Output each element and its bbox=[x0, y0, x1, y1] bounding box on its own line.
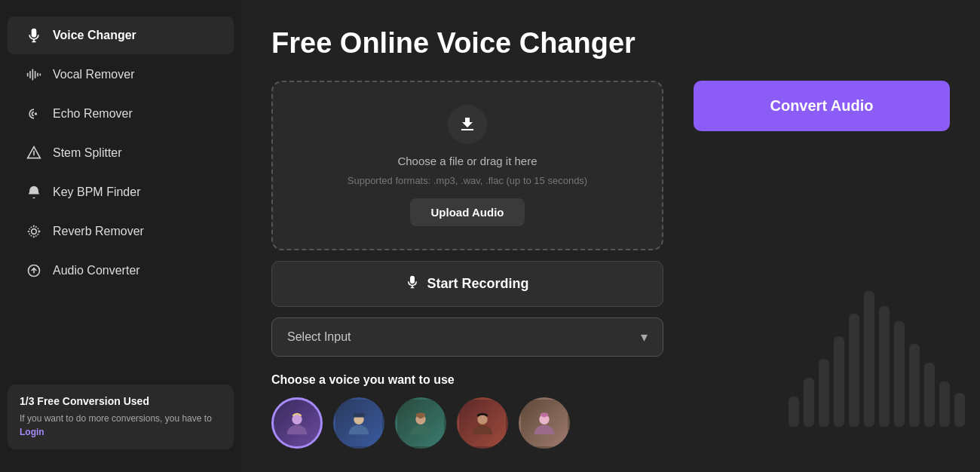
voice-section-title: Choose a voice you want to use bbox=[271, 373, 663, 387]
voice-avatars-list bbox=[271, 397, 663, 449]
footer-login-link[interactable]: Login bbox=[20, 427, 44, 437]
wave-bar bbox=[879, 306, 890, 427]
wave-bar bbox=[954, 393, 965, 427]
svg-rect-5 bbox=[40, 73, 41, 75]
sidebar-item-label-reverb-remover: Reverb Remover bbox=[53, 225, 144, 238]
sidebar-item-key-bpm-finder[interactable]: Key BPM Finder bbox=[8, 173, 234, 211]
upload-area[interactable]: Choose a file or drag it here Supported … bbox=[271, 81, 663, 250]
svg-rect-0 bbox=[27, 73, 29, 77]
upload-icon bbox=[448, 105, 487, 144]
echo-icon bbox=[26, 106, 42, 122]
left-column: Choose a file or drag it here Supported … bbox=[271, 81, 663, 449]
select-input-label: Select Input bbox=[287, 330, 351, 344]
wave-bar bbox=[909, 344, 920, 427]
voice-avatar-5[interactable] bbox=[519, 397, 570, 449]
wave-bar bbox=[819, 359, 829, 427]
start-recording-label: Start Recording bbox=[427, 276, 528, 292]
svg-rect-14 bbox=[353, 413, 364, 418]
right-column: Convert Audio bbox=[694, 81, 950, 131]
voice-section: Choose a voice you want to use bbox=[271, 373, 663, 449]
svg-rect-1 bbox=[29, 71, 31, 78]
voice-avatar-1[interactable] bbox=[271, 397, 323, 449]
sidebar-item-stem-splitter[interactable]: Stem Splitter bbox=[8, 134, 234, 172]
wave-bar bbox=[939, 382, 950, 427]
sidebar-item-label-vocal-remover: Vocal Remover bbox=[53, 68, 135, 81]
select-input-dropdown[interactable]: Select Input ▾ bbox=[271, 317, 663, 357]
upload-audio-button[interactable]: Upload Audio bbox=[410, 198, 525, 226]
wave-bar bbox=[804, 378, 814, 427]
sidebar-item-label-stem-splitter: Stem Splitter bbox=[53, 146, 122, 160]
bell-icon bbox=[26, 184, 42, 201]
sidebar-item-reverb-remover[interactable]: Reverb Remover bbox=[8, 213, 234, 250]
convert-audio-button[interactable]: Convert Audio bbox=[694, 81, 950, 131]
sidebar-item-voice-changer[interactable]: Voice Changer bbox=[8, 17, 234, 54]
upload-text-sub: Supported formats: .mp3, .wav, .flac (up… bbox=[348, 175, 587, 186]
sidebar-item-vocal-remover[interactable]: Vocal Remover bbox=[8, 56, 234, 93]
footer-conversion-count: 1/3 Free Conversion Used bbox=[20, 395, 222, 407]
svg-point-10 bbox=[29, 226, 38, 236]
reverb-icon bbox=[26, 223, 42, 240]
start-recording-button[interactable]: Start Recording bbox=[271, 261, 663, 307]
waveform-decoration bbox=[789, 291, 965, 427]
mic-icon bbox=[26, 27, 42, 44]
wave-bar bbox=[864, 291, 874, 427]
sidebar-item-label-audio-converter: Audio Converter bbox=[53, 264, 140, 277]
chevron-down-icon: ▾ bbox=[641, 329, 648, 345]
audio-converter-icon bbox=[26, 262, 42, 279]
sidebar: Voice Changer Vocal Remover bbox=[0, 0, 241, 472]
wave-bar bbox=[924, 363, 935, 427]
svg-rect-3 bbox=[35, 71, 36, 78]
sidebar-item-audio-converter[interactable]: Audio Converter bbox=[8, 252, 234, 290]
mic-record-icon bbox=[406, 275, 419, 293]
sidebar-item-label-voice-changer: Voice Changer bbox=[53, 29, 136, 42]
voice-avatar-3[interactable] bbox=[395, 397, 446, 449]
wave-bar bbox=[894, 321, 905, 427]
wave-bar bbox=[849, 314, 859, 427]
main-content: Free Online Voice Changer Choose a file … bbox=[241, 0, 980, 472]
voice-avatar-2[interactable] bbox=[333, 397, 384, 449]
svg-point-9 bbox=[32, 229, 37, 234]
footer-text: If you want to do more conversions, you … bbox=[20, 412, 222, 439]
waveform-icon bbox=[26, 66, 42, 83]
svg-point-6 bbox=[35, 113, 37, 115]
upload-text-main: Choose a file or drag it here bbox=[397, 155, 537, 167]
svg-rect-4 bbox=[37, 73, 38, 77]
page-title: Free Online Voice Changer bbox=[271, 27, 950, 60]
wave-bar bbox=[789, 397, 799, 427]
sidebar-item-echo-remover[interactable]: Echo Remover bbox=[8, 95, 234, 133]
svg-rect-2 bbox=[32, 69, 34, 81]
sidebar-footer: 1/3 Free Conversion Used If you want to … bbox=[8, 385, 234, 449]
sidebar-nav: Voice Changer Vocal Remover bbox=[0, 17, 241, 290]
voice-avatar-4[interactable] bbox=[457, 397, 508, 449]
sidebar-item-label-echo-remover: Echo Remover bbox=[53, 107, 133, 121]
stem-icon bbox=[26, 145, 42, 161]
sidebar-item-label-key-bpm-finder: Key BPM Finder bbox=[53, 185, 140, 199]
wave-bar bbox=[834, 336, 844, 427]
